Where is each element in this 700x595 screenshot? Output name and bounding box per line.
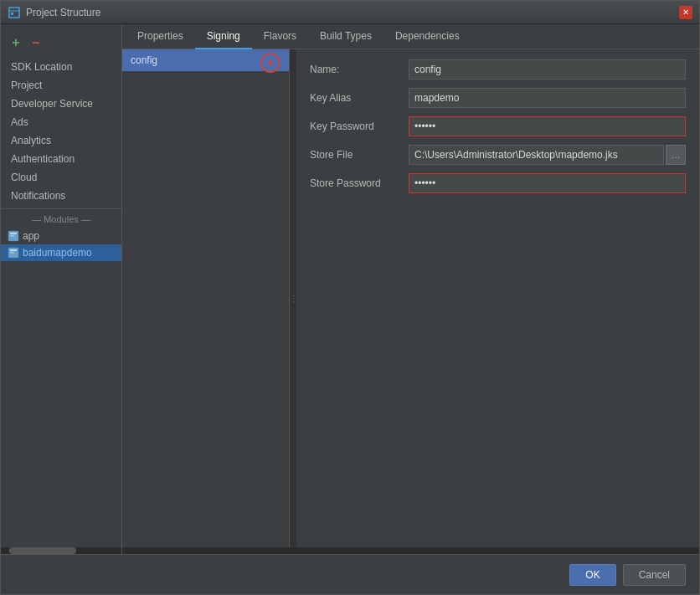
module-app-label: app [23, 230, 39, 242]
add-button[interactable]: + [8, 34, 24, 51]
remove-button[interactable]: – [28, 34, 44, 51]
store-file-input[interactable] [409, 145, 664, 165]
tab-build-types[interactable]: Build Types [308, 24, 383, 49]
sidebar-item-ads[interactable]: Ads [1, 113, 121, 131]
key-password-row: Key Password [310, 116, 686, 136]
store-password-input[interactable] [409, 173, 686, 193]
svg-rect-5 [10, 235, 14, 237]
bottom-bar: OK Cancel [1, 554, 699, 594]
name-input[interactable] [409, 59, 686, 80]
project-structure-window: Project Structure ✕ + – SDK Location Pro… [0, 0, 700, 595]
main-scrollbar[interactable] [122, 547, 699, 554]
modules-divider: — Modules — [1, 208, 121, 228]
svg-rect-8 [10, 252, 14, 254]
svg-rect-2 [11, 13, 13, 15]
module-baidumapdemo-icon [8, 247, 19, 259]
signing-list-panel: config + [122, 49, 290, 547]
module-baidumapdemo[interactable]: baidumapdemo [1, 244, 121, 261]
module-app-icon [8, 230, 19, 242]
store-file-browse-button[interactable]: … [666, 145, 686, 165]
cancel-button[interactable]: Cancel [623, 564, 686, 586]
window-icon [8, 6, 21, 19]
tab-dependencies[interactable]: Dependencies [383, 24, 471, 49]
sidebar: + – SDK Location Project Developer Servi… [1, 24, 122, 554]
title-bar: Project Structure ✕ [1, 1, 699, 24]
key-password-label: Key Password [310, 121, 402, 132]
store-file-row: Store File … [310, 145, 686, 165]
signing-config-label: config [131, 54, 157, 66]
sidebar-item-cloud[interactable]: Cloud [1, 168, 121, 187]
vertical-divider[interactable]: ⋮ [290, 49, 296, 547]
close-button[interactable]: ✕ [679, 6, 692, 19]
key-alias-row: Key Alias [310, 88, 686, 108]
tab-properties[interactable]: Properties [126, 24, 195, 49]
sidebar-scrollbar[interactable] [1, 547, 121, 554]
store-file-label: Store File [310, 149, 402, 161]
sidebar-scrollbar-thumb[interactable] [9, 547, 76, 554]
sidebar-item-project[interactable]: Project [1, 76, 121, 95]
panel-content: config + ⋮ Name: Key Alias [122, 49, 699, 547]
window-title: Project Structure [26, 7, 679, 18]
svg-rect-7 [10, 249, 17, 251]
ok-button[interactable]: OK [569, 564, 615, 586]
key-alias-label: Key Alias [310, 92, 402, 104]
store-password-label: Store Password [310, 177, 402, 189]
add-signing-config-button[interactable]: + [260, 53, 281, 73]
name-row: Name: [310, 59, 686, 80]
module-app[interactable]: app [1, 228, 121, 244]
svg-rect-0 [9, 8, 19, 18]
content-area: + – SDK Location Project Developer Servi… [1, 24, 699, 554]
sidebar-item-analytics[interactable]: Analytics [1, 131, 121, 150]
name-label: Name: [310, 64, 402, 75]
key-password-input[interactable] [409, 116, 686, 136]
sidebar-item-authentication[interactable]: Authentication [1, 150, 121, 168]
store-password-row: Store Password [310, 173, 686, 193]
main-panel: Properties Signing Flavors Build Types D… [122, 24, 699, 554]
store-file-input-group: … [409, 145, 686, 165]
svg-rect-4 [10, 233, 17, 234]
key-alias-input[interactable] [409, 88, 686, 108]
sidebar-toolbar: + – [1, 31, 121, 54]
module-baidumapdemo-label: baidumapdemo [23, 247, 92, 259]
sidebar-item-notifications[interactable]: Notifications [1, 187, 121, 205]
sidebar-item-developer-service[interactable]: Developer Service [1, 95, 121, 113]
tabs-bar: Properties Signing Flavors Build Types D… [122, 24, 699, 49]
tab-flavors[interactable]: Flavors [252, 24, 308, 49]
signing-form-panel: Name: Key Alias Key Password [296, 49, 699, 547]
tab-signing[interactable]: Signing [195, 24, 252, 49]
sidebar-item-sdk-location[interactable]: SDK Location [1, 58, 121, 76]
